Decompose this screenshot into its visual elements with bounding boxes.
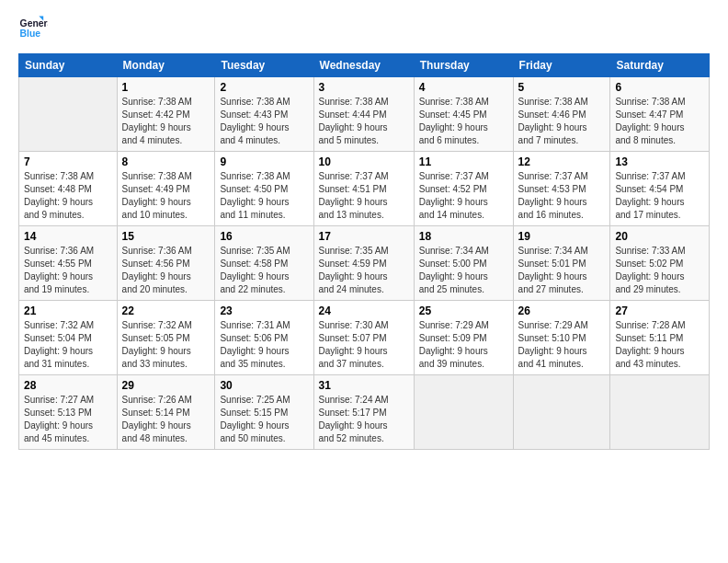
day-detail: Sunrise: 7:25 AMSunset: 5:15 PMDaylight:…: [220, 394, 308, 445]
day-cell: 18Sunrise: 7:34 AMSunset: 5:00 PMDayligh…: [414, 226, 513, 301]
day-cell: 4Sunrise: 7:38 AMSunset: 4:45 PMDaylight…: [414, 77, 513, 152]
day-detail: Sunrise: 7:32 AMSunset: 5:05 PMDaylight:…: [122, 319, 210, 371]
day-number: 28: [24, 379, 112, 392]
day-number: 23: [220, 304, 308, 317]
day-number: 5: [518, 81, 606, 94]
day-number: 26: [518, 304, 606, 317]
day-cell: 31Sunrise: 7:24 AMSunset: 5:17 PMDayligh…: [313, 375, 414, 450]
week-row-1: 1Sunrise: 7:38 AMSunset: 4:42 PMDaylight…: [19, 77, 710, 152]
logo: GeneralBlue: [18, 15, 48, 44]
day-number: 3: [319, 81, 409, 94]
day-number: 20: [615, 230, 704, 243]
day-detail: Sunrise: 7:31 AMSunset: 5:06 PMDaylight:…: [220, 319, 308, 371]
day-detail: Sunrise: 7:29 AMSunset: 5:09 PMDaylight:…: [419, 319, 508, 371]
day-cell: 6Sunrise: 7:38 AMSunset: 4:47 PMDaylight…: [610, 77, 710, 152]
day-number: 15: [122, 230, 210, 243]
day-detail: Sunrise: 7:33 AMSunset: 5:02 PMDaylight:…: [615, 245, 704, 296]
day-number: 16: [220, 230, 308, 243]
col-header-tuesday: Tuesday: [215, 54, 313, 77]
day-cell: 30Sunrise: 7:25 AMSunset: 5:15 PMDayligh…: [215, 375, 313, 450]
day-cell: 24Sunrise: 7:30 AMSunset: 5:07 PMDayligh…: [313, 301, 414, 375]
day-detail: Sunrise: 7:38 AMSunset: 4:47 PMDaylight:…: [615, 96, 704, 147]
day-number: 24: [319, 304, 409, 317]
day-detail: Sunrise: 7:35 AMSunset: 4:59 PMDaylight:…: [319, 245, 409, 296]
col-header-sunday: Sunday: [19, 54, 118, 77]
day-number: 2: [220, 81, 308, 94]
day-cell: 9Sunrise: 7:38 AMSunset: 4:50 PMDaylight…: [215, 152, 313, 226]
week-row-2: 7Sunrise: 7:38 AMSunset: 4:48 PMDaylight…: [19, 152, 710, 226]
day-cell: 14Sunrise: 7:36 AMSunset: 4:55 PMDayligh…: [19, 226, 118, 301]
svg-text:Blue: Blue: [20, 29, 41, 39]
day-number: 11: [419, 155, 508, 168]
day-number: 7: [24, 155, 112, 168]
logo-icon: GeneralBlue: [18, 15, 48, 44]
day-number: 9: [220, 155, 308, 168]
col-header-wednesday: Wednesday: [313, 54, 414, 77]
day-cell: 15Sunrise: 7:36 AMSunset: 4:56 PMDayligh…: [117, 226, 215, 301]
day-detail: Sunrise: 7:37 AMSunset: 4:52 PMDaylight:…: [419, 170, 508, 222]
day-detail: Sunrise: 7:38 AMSunset: 4:43 PMDaylight:…: [220, 96, 308, 147]
day-number: 10: [319, 155, 409, 168]
day-number: 31: [319, 379, 409, 392]
week-row-4: 21Sunrise: 7:32 AMSunset: 5:04 PMDayligh…: [19, 301, 710, 375]
day-detail: Sunrise: 7:36 AMSunset: 4:56 PMDaylight:…: [122, 245, 210, 296]
col-header-thursday: Thursday: [414, 54, 513, 77]
day-detail: Sunrise: 7:38 AMSunset: 4:50 PMDaylight:…: [220, 170, 308, 222]
day-detail: Sunrise: 7:37 AMSunset: 4:54 PMDaylight:…: [615, 170, 704, 222]
day-cell: 1Sunrise: 7:38 AMSunset: 4:42 PMDaylight…: [117, 77, 215, 152]
day-number: 12: [518, 155, 606, 168]
day-detail: Sunrise: 7:35 AMSunset: 4:58 PMDaylight:…: [220, 245, 308, 296]
day-detail: Sunrise: 7:28 AMSunset: 5:11 PMDaylight:…: [615, 319, 704, 371]
col-header-monday: Monday: [117, 54, 215, 77]
day-cell: [610, 375, 710, 450]
day-detail: Sunrise: 7:37 AMSunset: 4:51 PMDaylight:…: [319, 170, 409, 222]
day-cell: 20Sunrise: 7:33 AMSunset: 5:02 PMDayligh…: [610, 226, 710, 301]
day-detail: Sunrise: 7:36 AMSunset: 4:55 PMDaylight:…: [24, 245, 112, 296]
day-number: 13: [615, 155, 704, 168]
day-number: 22: [122, 304, 210, 317]
col-header-friday: Friday: [513, 54, 610, 77]
day-number: 4: [419, 81, 508, 94]
day-number: 1: [122, 81, 210, 94]
day-detail: Sunrise: 7:24 AMSunset: 5:17 PMDaylight:…: [319, 394, 409, 445]
day-detail: Sunrise: 7:38 AMSunset: 4:45 PMDaylight:…: [419, 96, 508, 147]
day-cell: 5Sunrise: 7:38 AMSunset: 4:46 PMDaylight…: [513, 77, 610, 152]
day-cell: 11Sunrise: 7:37 AMSunset: 4:52 PMDayligh…: [414, 152, 513, 226]
day-cell: 26Sunrise: 7:29 AMSunset: 5:10 PMDayligh…: [513, 301, 610, 375]
day-cell: 25Sunrise: 7:29 AMSunset: 5:09 PMDayligh…: [414, 301, 513, 375]
day-cell: 22Sunrise: 7:32 AMSunset: 5:05 PMDayligh…: [117, 301, 215, 375]
page: GeneralBlue SundayMondayTuesdayWednesday…: [0, 0, 728, 563]
day-number: 27: [615, 304, 704, 317]
day-detail: Sunrise: 7:30 AMSunset: 5:07 PMDaylight:…: [319, 319, 409, 371]
day-cell: 16Sunrise: 7:35 AMSunset: 4:58 PMDayligh…: [215, 226, 313, 301]
day-number: 29: [122, 379, 210, 392]
day-cell: 19Sunrise: 7:34 AMSunset: 5:01 PMDayligh…: [513, 226, 610, 301]
day-number: 25: [419, 304, 508, 317]
day-cell: 21Sunrise: 7:32 AMSunset: 5:04 PMDayligh…: [19, 301, 118, 375]
day-number: 30: [220, 379, 308, 392]
day-number: 19: [518, 230, 606, 243]
day-detail: Sunrise: 7:38 AMSunset: 4:48 PMDaylight:…: [24, 170, 112, 222]
day-detail: Sunrise: 7:38 AMSunset: 4:42 PMDaylight:…: [122, 96, 210, 147]
day-number: 18: [419, 230, 508, 243]
day-cell: 28Sunrise: 7:27 AMSunset: 5:13 PMDayligh…: [19, 375, 118, 450]
header-row: SundayMondayTuesdayWednesdayThursdayFrid…: [19, 54, 710, 77]
day-detail: Sunrise: 7:37 AMSunset: 4:53 PMDaylight:…: [518, 170, 606, 222]
day-detail: Sunrise: 7:38 AMSunset: 4:49 PMDaylight:…: [122, 170, 210, 222]
week-row-3: 14Sunrise: 7:36 AMSunset: 4:55 PMDayligh…: [19, 226, 710, 301]
day-cell: 12Sunrise: 7:37 AMSunset: 4:53 PMDayligh…: [513, 152, 610, 226]
day-cell: 7Sunrise: 7:38 AMSunset: 4:48 PMDaylight…: [19, 152, 118, 226]
day-cell: 8Sunrise: 7:38 AMSunset: 4:49 PMDaylight…: [117, 152, 215, 226]
day-detail: Sunrise: 7:32 AMSunset: 5:04 PMDaylight:…: [24, 319, 112, 371]
day-detail: Sunrise: 7:27 AMSunset: 5:13 PMDaylight:…: [24, 394, 112, 445]
day-number: 14: [24, 230, 112, 243]
day-detail: Sunrise: 7:29 AMSunset: 5:10 PMDaylight:…: [518, 319, 606, 371]
day-number: 6: [615, 81, 704, 94]
day-cell: 2Sunrise: 7:38 AMSunset: 4:43 PMDaylight…: [215, 77, 313, 152]
day-detail: Sunrise: 7:34 AMSunset: 5:01 PMDaylight:…: [518, 245, 606, 296]
day-cell: 3Sunrise: 7:38 AMSunset: 4:44 PMDaylight…: [313, 77, 414, 152]
svg-text:General: General: [20, 18, 48, 29]
day-cell: 23Sunrise: 7:31 AMSunset: 5:06 PMDayligh…: [215, 301, 313, 375]
day-detail: Sunrise: 7:38 AMSunset: 4:44 PMDaylight:…: [319, 96, 409, 147]
day-cell: 10Sunrise: 7:37 AMSunset: 4:51 PMDayligh…: [313, 152, 414, 226]
